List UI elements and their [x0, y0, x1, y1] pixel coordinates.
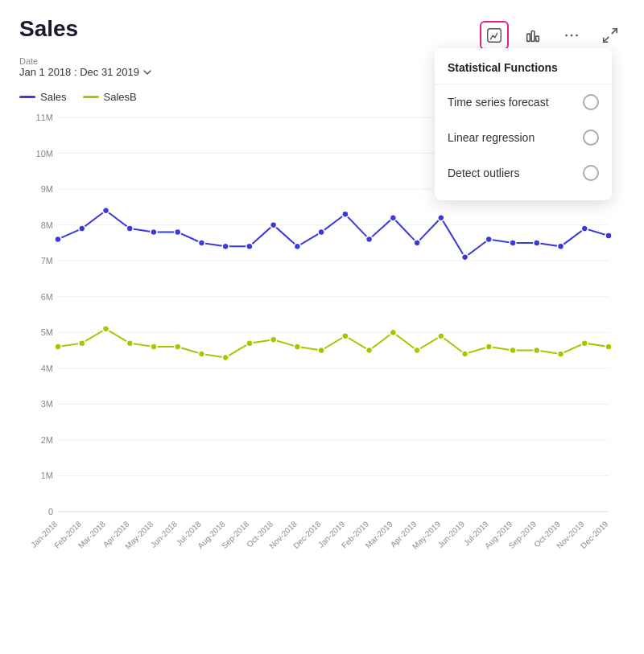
sales-dot	[55, 236, 61, 242]
sales-dot	[485, 236, 492, 242]
salesb-dot	[558, 351, 564, 357]
dropdown-item-time-series[interactable]: Time series forecast	[435, 84, 612, 120]
sales-dot	[126, 225, 133, 232]
y-axis-label: 7M	[41, 256, 53, 265]
sales-dot	[102, 208, 109, 214]
statistical-functions-button[interactable]	[480, 21, 509, 50]
svg-rect-2	[531, 31, 535, 42]
x-axis-label: Jun-2018	[149, 519, 180, 549]
sales-dot	[79, 225, 85, 232]
sales-dot	[558, 243, 564, 249]
salesb-dot	[175, 343, 181, 350]
y-axis-label: 8M	[41, 220, 53, 230]
svg-rect-3	[536, 36, 539, 41]
y-axis-label: 9M	[41, 184, 53, 194]
sales-dot	[222, 243, 229, 249]
y-axis-label: 5M	[41, 327, 53, 337]
sales-dot	[414, 240, 420, 246]
sales-dot	[581, 225, 588, 232]
sales-dot	[294, 243, 300, 249]
time-series-label: Time series forecast	[448, 96, 549, 109]
salesb-dot	[510, 348, 516, 354]
salesb-dot	[55, 343, 61, 350]
salesb-dot	[534, 348, 540, 354]
salesb-dot	[366, 348, 373, 354]
salesb-dot	[390, 329, 396, 335]
sales-dot	[462, 254, 469, 261]
sales-dot	[270, 222, 277, 228]
sales-dot	[510, 240, 516, 246]
expand-icon	[601, 27, 619, 44]
sales-dot	[151, 229, 157, 236]
bar-chart-button[interactable]	[518, 21, 547, 50]
y-axis-label: 11M	[36, 113, 53, 122]
sales-dot	[246, 243, 253, 249]
linear-regression-label: Linear regression	[448, 131, 535, 144]
expand-button[interactable]	[596, 21, 625, 50]
svg-line-8	[604, 37, 609, 42]
y-axis-label: 1M	[41, 471, 53, 480]
x-axis-label: Jun-2019	[436, 519, 467, 549]
sales-dot	[175, 229, 181, 236]
legend-item-sales: Sales	[19, 91, 67, 103]
y-axis-label: 10M	[36, 149, 53, 158]
toolbar	[480, 21, 625, 50]
legend-item-salesb: SalesB	[83, 91, 137, 103]
more-options-button[interactable]	[557, 21, 586, 50]
stat-icon	[485, 27, 503, 44]
salesb-dot	[462, 351, 469, 357]
y-axis-label: 2M	[41, 435, 53, 445]
salesb-dot	[318, 348, 324, 354]
sales-dot	[198, 240, 204, 246]
svg-rect-0	[488, 29, 502, 43]
page-title: Sales	[19, 16, 78, 42]
salesb-dot	[222, 354, 229, 360]
title-section: Sales	[19, 16, 78, 42]
salesb-dot	[270, 336, 277, 343]
salesb-dot	[126, 340, 133, 347]
salesb-dot	[605, 343, 612, 350]
legend-label-sales: Sales	[40, 91, 67, 103]
y-axis-label: 4M	[41, 364, 53, 373]
salesb-dot	[151, 343, 157, 350]
sales-dot	[318, 229, 324, 236]
time-series-radio[interactable]	[583, 94, 599, 110]
sales-dot	[605, 232, 612, 239]
salesb-dot	[438, 333, 444, 339]
y-axis-label: 6M	[41, 292, 53, 302]
bar-chart-icon	[524, 27, 542, 44]
salesb-dot	[294, 343, 300, 350]
salesb-line	[58, 329, 609, 358]
detect-outliers-label: Detect outliers	[448, 167, 519, 179]
legend-label-salesb: SalesB	[104, 91, 137, 103]
salesb-dot	[79, 340, 85, 347]
svg-point-5	[571, 35, 573, 37]
salesb-dot	[342, 333, 349, 339]
legend-dot-salesb	[83, 96, 99, 98]
svg-point-4	[565, 35, 568, 37]
dropdown-item-detect-outliers[interactable]: Detect outliers	[435, 155, 612, 191]
page: Sales	[0, 0, 644, 654]
sales-dot	[534, 240, 540, 246]
statistical-functions-dropdown: Statistical Functions Time series foreca…	[435, 48, 612, 200]
dropdown-item-linear-regression[interactable]: Linear regression	[435, 120, 612, 155]
sales-dot	[390, 215, 396, 221]
svg-point-6	[576, 35, 578, 37]
dropdown-header: Statistical Functions	[435, 58, 612, 84]
detect-outliers-radio[interactable]	[583, 165, 599, 181]
sales-dot	[342, 211, 349, 217]
salesb-dot	[198, 351, 204, 357]
salesb-dot	[102, 326, 109, 332]
svg-line-7	[612, 29, 617, 34]
y-axis-label: 0	[48, 507, 53, 516]
svg-rect-1	[527, 34, 530, 41]
salesb-dot	[246, 340, 253, 347]
salesb-dot	[581, 340, 588, 347]
sales-dot	[438, 215, 444, 221]
chevron-down-icon	[142, 68, 152, 77]
more-options-icon	[563, 27, 580, 44]
legend-dot-sales	[19, 96, 35, 98]
sales-line	[58, 211, 609, 257]
linear-regression-radio[interactable]	[583, 130, 599, 146]
salesb-dot	[414, 348, 420, 354]
